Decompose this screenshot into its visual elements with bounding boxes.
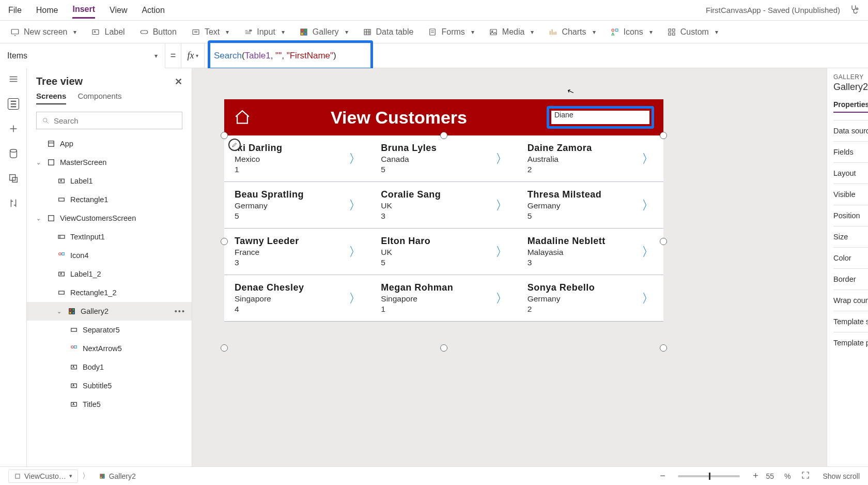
ribbon-label[interactable]: Label — [91, 27, 125, 37]
property-row[interactable]: Template pa — [833, 332, 868, 353]
selection-handle[interactable] — [221, 238, 228, 245]
tree-node-rectangle1[interactable]: Rectangle1 — [27, 190, 192, 209]
gallery-item[interactable]: Elton HaroUK5〉 — [370, 229, 517, 275]
tools-icon[interactable] — [8, 198, 19, 209]
menu-home[interactable]: Home — [36, 3, 58, 18]
tree-node-separator5[interactable]: Separator5 — [27, 321, 192, 339]
tree-node-body1[interactable]: Body1 — [27, 358, 192, 376]
fx-button[interactable]: fx — [181, 43, 205, 68]
data-icon[interactable] — [8, 148, 19, 159]
ribbon-forms[interactable]: Forms — [428, 27, 474, 37]
chevron-right-icon[interactable]: 〉 — [642, 244, 657, 260]
property-row[interactable]: Fields — [833, 141, 868, 162]
chevron-right-icon[interactable]: 〉 — [349, 197, 364, 214]
gallery-edit-icon[interactable] — [228, 139, 241, 151]
zoom-in-button[interactable]: + — [749, 471, 762, 481]
customer-search-input[interactable]: Diane — [551, 111, 649, 124]
menu-insert[interactable]: Insert — [72, 2, 95, 19]
property-row[interactable]: Layout — [833, 162, 868, 184]
property-row[interactable]: Size — [833, 226, 868, 247]
tree-node-label1-2[interactable]: Label1_2 — [27, 265, 192, 283]
menu-action[interactable]: Action — [142, 3, 164, 18]
tree-node-gallery2[interactable]: ⌄ Gallery2 ••• — [27, 302, 192, 321]
zoom-out-button[interactable]: − — [656, 471, 669, 481]
ribbon-data-table[interactable]: Data table — [363, 27, 414, 37]
tab-screens[interactable]: Screens — [36, 92, 66, 104]
ribbon-new-screen[interactable]: New screen — [10, 27, 76, 37]
property-row[interactable]: Data source — [833, 120, 868, 141]
selection-handle[interactable] — [660, 238, 667, 245]
tree-search-input[interactable] — [54, 116, 177, 125]
chevron-right-icon[interactable]: 〉 — [642, 150, 657, 167]
selection-handle[interactable] — [221, 344, 228, 352]
close-icon[interactable]: ✕ — [175, 76, 182, 87]
formula-input[interactable]: Search(Table1, "", "FirstName") — [210, 50, 336, 61]
chevron-right-icon[interactable]: 〉 — [495, 197, 511, 214]
ribbon-charts[interactable]: Charts — [548, 27, 595, 37]
selection-handle[interactable] — [440, 344, 447, 352]
gallery-item[interactable]: Bruna LylesCanada5〉 — [370, 135, 517, 182]
tab-components[interactable]: Components — [78, 92, 121, 104]
ribbon-icons[interactable]: Icons — [610, 27, 653, 37]
tree-search[interactable] — [36, 112, 182, 129]
chevron-right-icon[interactable]: 〉 — [349, 290, 364, 307]
ribbon-button[interactable]: Button — [140, 27, 177, 37]
chevron-right-icon[interactable]: 〉 — [642, 197, 657, 214]
selection-handle[interactable] — [660, 344, 667, 352]
node-more-icon[interactable]: ••• — [175, 307, 185, 315]
property-row[interactable]: Visible — [833, 184, 868, 205]
property-row[interactable]: Template size — [833, 311, 868, 332]
chevron-right-icon[interactable]: 〉 — [349, 244, 364, 260]
tree-view-icon[interactable] — [8, 98, 19, 110]
tree-node-icon4[interactable]: Icon4 — [27, 246, 192, 265]
gallery-item[interactable]: Daine ZamoraAustralia2〉 — [517, 135, 663, 182]
property-dropdown[interactable]: Items — [0, 43, 165, 68]
zoom-slider[interactable] — [678, 475, 740, 477]
property-row[interactable]: Border — [833, 268, 868, 290]
app-preview-frame[interactable]: View Customers Diane iki DarlingMexico1〉… — [224, 99, 663, 322]
tree-node-app[interactable]: App — [27, 134, 192, 153]
tree-node-title5[interactable]: Title5 — [27, 395, 192, 414]
gallery-item[interactable]: Madaline NeblettMalayasia3〉 — [517, 229, 663, 275]
ribbon-media[interactable]: Media — [489, 27, 534, 37]
tree-node-label1[interactable]: Label1 — [27, 172, 192, 190]
gallery-item[interactable]: Coralie SangUK3〉 — [370, 182, 517, 229]
selection-handle[interactable] — [221, 132, 228, 139]
ribbon-text[interactable]: Text — [191, 27, 229, 37]
breadcrumb-screen[interactable]: ViewCusto… ▾ — [8, 469, 78, 483]
gallery-item[interactable]: Thresa MilsteadGermany5〉 — [517, 182, 663, 229]
app-checker-icon[interactable] — [849, 4, 860, 17]
canvas[interactable]: ↖ View Customers Diane — [192, 68, 827, 466]
chevron-right-icon[interactable]: 〉 — [349, 150, 364, 167]
menu-file[interactable]: File — [8, 3, 22, 18]
chevron-right-icon[interactable]: 〉 — [495, 244, 511, 260]
chevron-right-icon[interactable]: 〉 — [495, 150, 511, 167]
ribbon-input[interactable]: Input — [243, 27, 285, 37]
props-tab-properties[interactable]: Properties — [833, 100, 868, 113]
media-panel-icon[interactable] — [8, 173, 19, 184]
add-icon[interactable] — [8, 123, 19, 134]
tree-node-viewcustomersscreen[interactable]: ⌄ ViewCustomersScreen — [27, 209, 192, 228]
home-icon[interactable] — [234, 109, 251, 126]
breadcrumb-control[interactable]: Gallery2 — [94, 469, 141, 483]
selection-handle[interactable] — [440, 132, 447, 139]
hamburger-icon[interactable] — [8, 73, 19, 85]
property-row[interactable]: Wrap count — [833, 290, 868, 311]
gallery-item[interactable]: Tawny LeederFrance3〉 — [224, 229, 370, 275]
ribbon-custom[interactable]: Custom — [667, 27, 718, 37]
tree-node-subtitle5[interactable]: Subtitle5 — [27, 376, 192, 395]
menu-view[interactable]: View — [110, 3, 127, 18]
gallery-item[interactable]: Denae ChesleySingapore4〉 — [224, 275, 370, 322]
tree-node-masterscreen[interactable]: ⌄ MasterScreen — [27, 153, 192, 172]
tree-node-nextarrow5[interactable]: NextArrow5 — [27, 339, 192, 358]
chevron-right-icon[interactable]: 〉 — [495, 290, 511, 307]
gallery-item[interactable]: iki DarlingMexico1〉 — [224, 135, 370, 182]
customer-gallery[interactable]: iki DarlingMexico1〉Bruna LylesCanada5〉Da… — [224, 135, 663, 322]
gallery-item[interactable]: Beau SpratlingGermany5〉 — [224, 182, 370, 229]
selection-handle[interactable] — [660, 132, 667, 139]
gallery-item[interactable]: Megan RohmanSingapore1〉 — [370, 275, 517, 322]
chevron-right-icon[interactable]: 〉 — [642, 290, 657, 307]
tree-node-rectangle1-2[interactable]: Rectangle1_2 — [27, 283, 192, 302]
fit-to-screen-icon[interactable] — [801, 471, 810, 481]
property-row[interactable]: Color — [833, 247, 868, 268]
